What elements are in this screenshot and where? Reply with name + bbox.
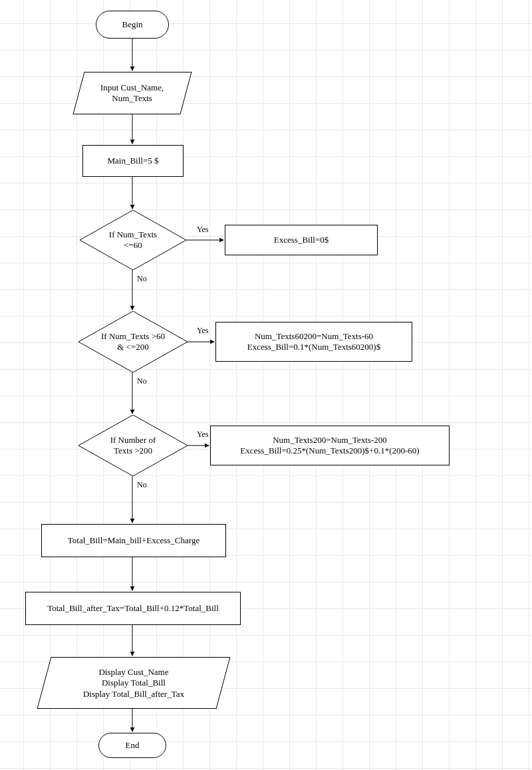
node-act1: Excess_Bill=0$: [225, 225, 378, 255]
node-end: End: [98, 733, 166, 758]
node-display: Display Cust_Name Display Total_Bill Dis…: [37, 657, 231, 709]
node-input: Input Cust_Name, Num_Texts: [72, 72, 192, 114]
label-cond2-yes: Yes: [197, 326, 208, 336]
node-cond1: If Num_Texts <=60: [80, 210, 186, 270]
node-display-label: Display Cust_Name Display Total_Bill Dis…: [83, 667, 184, 700]
node-act1-label: Excess_Bill=0$: [274, 235, 329, 245]
flow-arrows: [0, 0, 532, 770]
label-cond1-no: No: [137, 274, 147, 284]
node-begin-label: Begin: [122, 19, 142, 30]
label-cond3-yes: Yes: [197, 430, 208, 440]
node-total: Total_Bill=Main_bill+Excess_Charge: [41, 524, 226, 557]
node-tax-label: Total_Bill_after_Tax=Total_Bill+0.12*Tot…: [47, 603, 219, 614]
node-total-label: Total_Bill=Main_bill+Excess_Charge: [68, 535, 200, 546]
node-act2-label: Num_Texts60200=Num_Texts-60 Excess_Bill=…: [247, 331, 380, 353]
node-cond2-label: If Num_Texts >60 & <=200: [92, 331, 174, 353]
node-begin: Begin: [96, 11, 169, 39]
node-cond2: If Num_Texts >60 & <=200: [78, 311, 188, 372]
node-mainbill-label: Main_Bill=5 $: [107, 156, 158, 166]
label-cond3-no: No: [137, 480, 147, 490]
node-act2: Num_Texts60200=Num_Texts-60 Excess_Bill=…: [215, 322, 412, 362]
flowchart-canvas: Begin Input Cust_Name, Num_Texts Main_Bi…: [0, 0, 532, 770]
node-tax: Total_Bill_after_Tax=Total_Bill+0.12*Tot…: [25, 592, 241, 625]
label-cond1-yes: Yes: [197, 225, 208, 235]
node-mainbill: Main_Bill=5 $: [82, 145, 184, 177]
node-end-label: End: [126, 740, 140, 751]
node-act3: Num_Texts200=Num_Texts-200 Excess_Bill=0…: [210, 426, 450, 465]
node-cond3-label: If Number of Texts >200: [101, 435, 166, 457]
node-cond1-label: If Num_Texts <=60: [100, 229, 166, 251]
node-input-label: Input Cust_Name, Num_Texts: [100, 82, 164, 104]
node-act3-label: Num_Texts200=Num_Texts-200 Excess_Bill=0…: [240, 435, 419, 457]
label-cond2-no: No: [137, 376, 147, 386]
node-cond3: If Number of Texts >200: [78, 415, 188, 476]
